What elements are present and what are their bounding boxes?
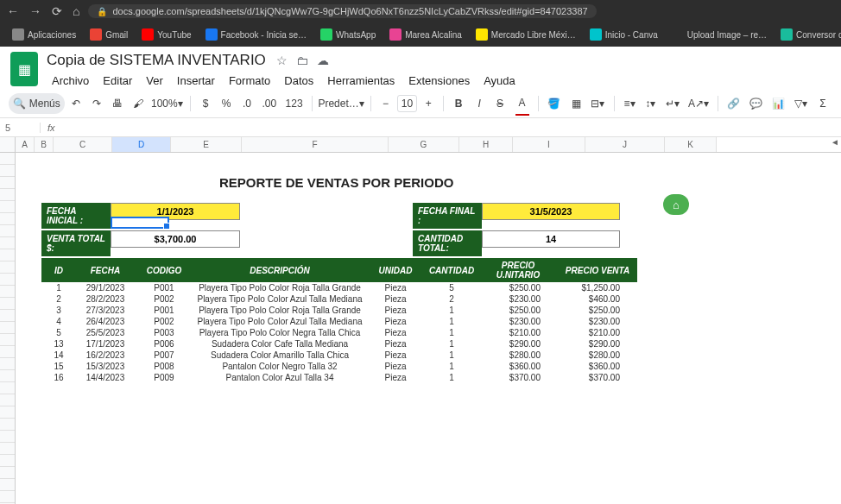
bookmark-item[interactable]: Inicio - Canva (585, 26, 663, 43)
italic-icon[interactable]: I (470, 93, 489, 114)
row-header[interactable] (0, 479, 15, 491)
home-button[interactable]: ⌂ (663, 194, 689, 215)
redo-icon[interactable]: ↷ (87, 93, 106, 114)
row-header[interactable] (0, 213, 15, 225)
sigma-icon[interactable]: Σ (813, 93, 832, 114)
star-icon[interactable]: ☆ (276, 54, 288, 67)
row-header[interactable] (0, 201, 15, 213)
row-header[interactable] (0, 491, 15, 503)
forward-icon[interactable]: → (29, 4, 41, 18)
row-header[interactable] (0, 358, 15, 370)
borders-icon[interactable]: ▦ (566, 93, 585, 114)
row-header[interactable] (0, 165, 15, 177)
text-color-icon[interactable]: A (511, 93, 533, 114)
cloud-icon[interactable]: ☁ (317, 54, 329, 67)
row-header[interactable] (0, 382, 15, 394)
grid[interactable]: REPORTE DE VENTAS POR PERIODO FECHA INIC… (0, 153, 841, 504)
row-header[interactable] (0, 455, 15, 467)
paint-icon[interactable]: 🖌 (129, 93, 148, 114)
table-row[interactable]: 1515/3/2023P008Pantalon Color Negro Tall… (41, 361, 637, 372)
row-header[interactable] (0, 153, 15, 165)
chart-icon[interactable]: 📊 (768, 93, 789, 114)
sheet[interactable]: REPORTE DE VENTAS POR PERIODO FECHA INIC… (16, 153, 841, 504)
font-select[interactable]: Predet… ▾ (318, 93, 365, 114)
col-header-C[interactable]: C (54, 137, 112, 152)
font-dec-icon[interactable]: − (376, 93, 395, 114)
bookmark-item[interactable]: WhatsApp (315, 26, 381, 43)
row-header[interactable] (0, 431, 15, 443)
menu-herramientas[interactable]: Herramientas (322, 72, 400, 90)
row-header[interactable] (0, 467, 15, 479)
filter-icon[interactable]: ▽▾ (791, 93, 812, 114)
row-header[interactable] (0, 286, 15, 298)
row-header[interactable] (0, 394, 15, 406)
table-row[interactable]: 129/1/2023P001Playera Tipo Polo Color Ro… (41, 282, 637, 293)
bookmark-item[interactable]: YouTube (136, 26, 196, 43)
row-header[interactable] (0, 298, 15, 310)
url-bar[interactable]: 🔒 docs.google.com/spreadsheets/d/1kjQNcg… (88, 4, 596, 18)
col-header-E[interactable]: E (171, 137, 242, 152)
menu-ayuda[interactable]: Ayuda (478, 72, 521, 90)
bookmark-item[interactable]: Gmail (85, 26, 133, 43)
row-header[interactable] (0, 225, 15, 237)
row-header[interactable] (0, 237, 15, 249)
rotate-icon[interactable]: A↗▾ (685, 93, 711, 114)
print-icon[interactable]: 🖶 (108, 93, 127, 114)
row-header[interactable] (0, 334, 15, 346)
row-header[interactable] (0, 310, 15, 322)
col-header-F[interactable]: F (242, 137, 389, 152)
fill-color-icon[interactable]: 🪣 (544, 93, 565, 114)
table-row[interactable]: 228/2/2023P002Playera Tipo Polo Color Az… (41, 293, 637, 305)
back-icon[interactable]: ← (7, 4, 19, 18)
col-header-J[interactable]: J (585, 137, 665, 152)
table-row[interactable]: 1317/1/2023P006Sudadera Color Cafe Talla… (41, 338, 637, 350)
search-menus[interactable]: 🔍 Menús (9, 93, 65, 114)
bookmark-item[interactable]: Mercado Libre Méxi… (471, 26, 581, 43)
comment-icon[interactable]: 💬 (746, 93, 767, 114)
row-header[interactable] (0, 249, 15, 261)
row-header[interactable] (0, 189, 15, 201)
doc-title[interactable]: Copia de SISTEMA INVENTARIO (47, 52, 266, 69)
bookmark-item[interactable]: Aplicaciones (7, 26, 81, 43)
font-inc-icon[interactable]: + (419, 93, 438, 114)
link-icon[interactable]: 🔗 (723, 93, 743, 114)
col-header-H[interactable]: H (459, 137, 513, 152)
row-header[interactable] (0, 370, 15, 382)
strike-icon[interactable]: S (490, 93, 509, 114)
table-row[interactable]: 1614/4/2023P009Pantalon Color Azul Talla… (41, 372, 637, 383)
table-row[interactable]: 426/4/2023P002Playera Tipo Polo Color Az… (41, 316, 637, 327)
menu-formato[interactable]: Formato (224, 72, 275, 90)
halign-icon[interactable]: ≡▾ (620, 93, 640, 114)
dec-decrease-icon[interactable]: .0 (237, 93, 256, 114)
row-header[interactable] (0, 177, 15, 189)
merge-icon[interactable]: ⊟▾ (587, 93, 609, 114)
bookmark-item[interactable]: Marea Alcalina (384, 26, 467, 43)
sheets-logo-icon[interactable]: ▦ (10, 52, 38, 86)
reload-icon[interactable]: ⟳ (52, 4, 62, 18)
bookmark-item[interactable]: Upload Image – re… (667, 26, 772, 43)
menu-extensiones[interactable]: Extensiones (403, 72, 475, 90)
currency-icon[interactable]: $ (196, 93, 215, 114)
menu-editar[interactable]: Editar (98, 72, 137, 90)
row-header[interactable] (0, 346, 15, 358)
cell-ref[interactable]: 5 (0, 123, 40, 133)
font-size-input[interactable]: 10 (397, 95, 418, 112)
row-header[interactable] (0, 274, 15, 286)
bookmark-item[interactable]: Conversor de imág… (775, 26, 841, 43)
row-header[interactable] (0, 406, 15, 419)
col-header-D[interactable]: D (112, 137, 171, 152)
menu-archivo[interactable]: Archivo (47, 72, 94, 90)
undo-icon[interactable]: ↶ (66, 93, 85, 114)
col-header-A[interactable]: A (16, 137, 35, 152)
table-row[interactable]: 327/3/2023P001Playera Tipo Polo Color Ro… (41, 305, 637, 316)
move-icon[interactable]: 🗀 (296, 54, 308, 67)
row-header[interactable] (0, 419, 15, 431)
val-fecha-final[interactable]: 31/5/2023 (482, 203, 620, 220)
wrap-icon[interactable]: ↵▾ (661, 93, 683, 114)
col-header-I[interactable]: I (513, 137, 585, 152)
col-header-K[interactable]: K (665, 137, 717, 152)
selected-cell[interactable] (111, 217, 169, 229)
home-icon[interactable]: ⌂ (73, 4, 79, 18)
menu-datos[interactable]: Datos (279, 72, 319, 90)
percent-icon[interactable]: % (217, 93, 236, 114)
